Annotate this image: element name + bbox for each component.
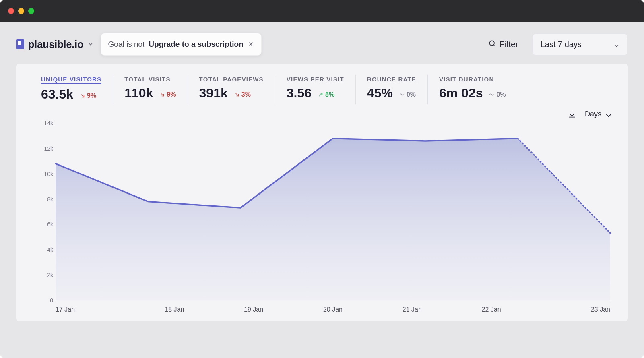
y-axis-tick: 4k <box>34 246 53 253</box>
top-bar: plausible.io Goal is not Upgrade to a su… <box>0 22 644 64</box>
site-name: plausible.io <box>28 39 84 50</box>
metric-label: TOTAL VISITS <box>124 76 176 83</box>
analytics-panel: UNIQUE VISITORS63.5k9%TOTAL VISITS110k9%… <box>16 64 628 321</box>
remove-filter-button[interactable] <box>248 41 254 48</box>
y-axis-tick: 0 <box>34 297 53 304</box>
y-axis-tick: 2k <box>34 272 53 278</box>
chevron-down-icon <box>614 41 619 47</box>
metric-label: TOTAL PAGEVIEWS <box>199 76 264 83</box>
x-axis-tick: 18 Jan <box>135 306 214 313</box>
chart-plot-area[interactable] <box>56 123 610 300</box>
metric-value: 110k <box>124 86 153 101</box>
filter-chip-prefix: Goal is not <box>108 40 145 49</box>
search-icon <box>488 39 496 50</box>
metric-change: 3% <box>234 91 251 98</box>
x-axis-tick: 22 Jan <box>452 306 531 313</box>
maximize-window-button[interactable] <box>28 8 34 14</box>
svg-line-5 <box>161 93 164 96</box>
svg-point-2 <box>489 41 494 46</box>
filter-chip-value: Upgrade to a subscription <box>149 40 243 49</box>
svg-line-3 <box>494 45 495 46</box>
add-filter-button[interactable]: Filter <box>488 39 518 50</box>
y-axis-tick: 8k <box>34 196 53 203</box>
metric-change: 9% <box>80 92 96 99</box>
metric-visit-duration[interactable]: VISIT DURATION6m 02s0% <box>428 75 517 104</box>
metric-bounce-rate[interactable]: BOUNCE RATE45%0% <box>356 75 428 104</box>
y-axis-tick: 12k <box>34 145 53 152</box>
metric-label: VIEWS PER VISIT <box>287 76 344 83</box>
x-axis-tick: 17 Jan <box>56 306 135 313</box>
interval-selector[interactable]: Days <box>585 110 610 118</box>
x-axis: 17 Jan18 Jan19 Jan20 Jan21 Jan22 Jan23 J… <box>56 300 610 313</box>
metric-change: 0% <box>399 91 416 98</box>
x-axis-tick: 23 Jan <box>531 306 610 313</box>
svg-line-6 <box>235 93 238 96</box>
metric-value: 6m 02s <box>439 86 483 101</box>
x-axis-tick: 21 Jan <box>372 306 452 313</box>
filter-button-label: Filter <box>500 39 518 49</box>
metric-change: 5% <box>318 91 334 98</box>
download-chart-button[interactable] <box>568 110 576 118</box>
metric-value: 391k <box>199 86 228 101</box>
x-axis-tick: 19 Jan <box>214 306 293 313</box>
chevron-down-icon <box>88 41 93 47</box>
metric-total-visits[interactable]: TOTAL VISITS110k9% <box>113 75 188 104</box>
metric-total-pageviews[interactable]: TOTAL PAGEVIEWS391k3% <box>188 75 275 104</box>
window: plausible.io Goal is not Upgrade to a su… <box>0 0 644 358</box>
interval-label: Days <box>585 110 601 118</box>
date-range-selector[interactable]: Last 7 days <box>532 34 628 55</box>
chart: 14k12k10k8k6k4k2k0 17 Jan18 Jan19 Jan20 … <box>16 120 628 313</box>
svg-line-7 <box>320 93 322 96</box>
site-selector[interactable]: plausible.io <box>16 39 93 50</box>
metric-change: 9% <box>159 91 176 98</box>
metric-change: 0% <box>489 91 506 98</box>
y-axis: 14k12k10k8k6k4k2k0 <box>34 123 53 300</box>
metric-value: 63.5k <box>41 87 73 102</box>
svg-line-4 <box>81 95 84 97</box>
chevron-down-icon <box>605 112 610 117</box>
metric-label: BOUNCE RATE <box>367 76 416 83</box>
plausible-logo-icon <box>16 39 24 49</box>
metric-views-per-visit[interactable]: VIEWS PER VISIT3.565% <box>275 75 356 104</box>
mac-titlebar <box>0 0 644 22</box>
metric-unique-visitors[interactable]: UNIQUE VISITORS63.5k9% <box>30 75 113 104</box>
close-window-button[interactable] <box>8 8 14 14</box>
metrics-row: UNIQUE VISITORS63.5k9%TOTAL VISITS110k9%… <box>16 75 628 108</box>
minimize-window-button[interactable] <box>18 8 24 14</box>
y-axis-tick: 14k <box>34 120 53 126</box>
metric-value: 3.56 <box>287 86 312 101</box>
y-axis-tick: 10k <box>34 171 53 177</box>
date-range-label: Last 7 days <box>541 40 582 49</box>
x-axis-tick: 20 Jan <box>293 306 373 313</box>
y-axis-tick: 6k <box>34 221 53 228</box>
metric-value: 45% <box>367 86 393 101</box>
metric-label: VISIT DURATION <box>439 76 506 83</box>
chart-controls: Days <box>16 108 628 120</box>
filter-chip-goal[interactable]: Goal is not Upgrade to a subscription <box>101 33 262 56</box>
metric-label: UNIQUE VISITORS <box>41 76 101 84</box>
